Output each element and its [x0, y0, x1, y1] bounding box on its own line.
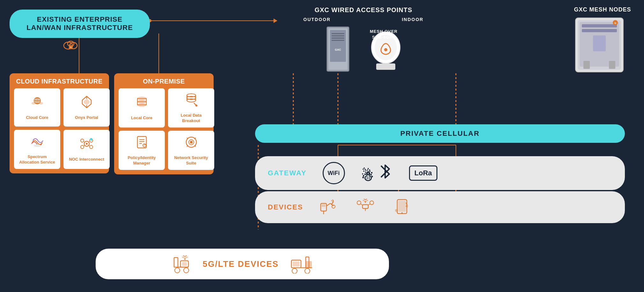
- cloud-infra-box: CLOUD INFRASTRUCTURE Cloud Core: [10, 73, 109, 173]
- spectrum-label: Spectrum Allocation Service: [17, 154, 57, 165]
- svg-rect-71: [332, 38, 344, 39]
- on-premise-title: ON-PREMISE: [119, 78, 209, 85]
- svg-text:!: !: [91, 139, 91, 141]
- svg-rect-64: [190, 141, 193, 143]
- five-g-label: 5G/LTE DEVICES: [203, 259, 279, 269]
- mesh-node-image: G: [574, 16, 625, 74]
- onyx-portal-icon: [79, 94, 94, 113]
- forklift-right-icon: [288, 254, 314, 274]
- svg-point-111: [184, 268, 189, 273]
- cloud-core-icon: [30, 94, 45, 113]
- svg-rect-102: [398, 201, 406, 212]
- five-g-bar: 5G/LTE DEVICES: [96, 249, 389, 279]
- outdoor-ap: GXC: [325, 25, 351, 73]
- svg-rect-76: [376, 63, 395, 70]
- spectrum-card: Spectrum Allocation Service: [14, 130, 60, 169]
- device-icon-1: [319, 197, 338, 217]
- svg-line-61: [144, 144, 146, 145]
- svg-rect-67: [330, 30, 346, 62]
- onyx-portal-label: Onyx Portal: [75, 115, 98, 120]
- noc-card: ! NOC Interconnect: [63, 130, 110, 169]
- cloud-lock-icon: [61, 37, 80, 56]
- cloud-infra-grid: Cloud Core Onyx Portal: [14, 88, 105, 169]
- cloud-core-card: Cloud Core: [14, 88, 60, 127]
- svg-point-48: [137, 103, 146, 106]
- mesh-sub6-label: MESH OVERSUB-6GHz: [370, 29, 398, 40]
- main-diagram: EXISTING ENTERPRISE LAN/WAN INFRASTRUCTU…: [0, 0, 644, 292]
- lan-wan-box: EXISTING ENTERPRISE LAN/WAN INFRASTRUCTU…: [10, 10, 150, 38]
- lora-label: LoRa: [414, 169, 432, 177]
- noc-icon: !: [79, 136, 94, 154]
- svg-rect-86: [609, 61, 615, 69]
- lora-badge: LoRa: [409, 165, 437, 181]
- svg-point-75: [384, 48, 387, 51]
- private-cellular-title: PRIVATE CELLULAR: [268, 129, 612, 138]
- policy-label: Policy/Identity Manager: [122, 155, 162, 166]
- local-data-breakout-label: Local Data Breakout: [171, 113, 211, 124]
- gxc-wired-section: GXC WIRED ACCESS POINTS OUTDOOR INDOOR G…: [268, 6, 459, 73]
- svg-rect-114: [293, 261, 300, 266]
- svg-rect-88: [322, 204, 326, 207]
- local-core-icon: [134, 95, 150, 113]
- local-core-label: Local Core: [131, 115, 152, 121]
- netsec-label: Network Security Suite: [171, 155, 211, 166]
- gxc-mesh-section: GXC MESH NODES G: [574, 6, 631, 75]
- svg-text:GXC: GXC: [335, 48, 341, 51]
- svg-rect-69: [332, 33, 344, 34]
- wifi-label: WiFi: [328, 170, 340, 177]
- cloud-infra-title: CLOUD INFRASTRUCTURE: [14, 78, 105, 85]
- svg-rect-121: [306, 261, 311, 267]
- onyx-portal-card: Onyx Portal: [63, 88, 110, 127]
- local-data-breakout-icon: [184, 92, 199, 110]
- wifi-badge: WiFi: [323, 162, 345, 184]
- outdoor-ap-image: GXC: [325, 25, 351, 73]
- policy-icon: [134, 135, 150, 153]
- gateway-row: GATEWAY WiFi ☃ LoRa: [255, 156, 625, 190]
- svg-point-112: [184, 259, 186, 260]
- svg-point-110: [175, 268, 180, 273]
- svg-point-34: [81, 139, 84, 142]
- local-data-breakout-card: Local Data Breakout: [168, 88, 214, 128]
- outdoor-label: OUTDOOR: [304, 17, 331, 22]
- device-icon-2: [354, 197, 377, 217]
- svg-rect-70: [332, 35, 344, 36]
- gxc-wired-title: GXC WIRED ACCESS POINTS: [268, 6, 459, 14]
- svg-rect-84: [593, 35, 606, 51]
- devices-label: DEVICES: [268, 203, 303, 211]
- gxc-mesh-title: GXC MESH NODES: [574, 6, 631, 13]
- cloud-core-label: Cloud Core: [26, 115, 48, 120]
- svg-marker-28: [84, 99, 90, 105]
- noc-label: NOC Interconnect: [69, 157, 104, 162]
- on-premise-box: ON-PREMISE Local Core: [114, 73, 214, 174]
- svg-text:G: G: [614, 22, 616, 25]
- spectrum-icon: [30, 134, 45, 152]
- svg-rect-72: [332, 40, 344, 41]
- svg-line-89: [326, 203, 330, 206]
- device-icon-3: [392, 197, 412, 217]
- robot-arm-icon: [319, 197, 338, 216]
- svg-rect-105: [182, 262, 187, 266]
- private-cellular-bar: PRIVATE CELLULAR: [255, 124, 625, 143]
- svg-point-100: [365, 201, 366, 203]
- svg-point-24: [32, 102, 35, 105]
- svg-rect-56: [137, 136, 146, 148]
- bluetooth-badge: ☃: [361, 162, 393, 184]
- svg-point-93: [331, 203, 333, 205]
- drone-icon: [354, 197, 377, 216]
- netsec-icon: [184, 135, 199, 153]
- lan-title: EXISTING ENTERPRISE LAN/WAN INFRASTRUCTU…: [26, 15, 133, 32]
- svg-point-103: [401, 212, 403, 214]
- forklift-left-icon: [171, 254, 193, 274]
- svg-point-25: [39, 102, 43, 105]
- local-core-card: Local Core: [119, 88, 165, 128]
- tablet-icon: [392, 197, 412, 216]
- svg-point-96: [370, 201, 374, 205]
- devices-row: DEVICES: [255, 191, 625, 223]
- svg-point-95: [357, 201, 361, 205]
- svg-rect-94: [362, 205, 368, 208]
- netsec-card: Network Security Suite: [168, 131, 214, 170]
- svg-point-31: [33, 144, 41, 147]
- svg-point-36: [81, 145, 84, 149]
- svg-point-120: [305, 268, 310, 274]
- svg-point-37: [90, 145, 93, 149]
